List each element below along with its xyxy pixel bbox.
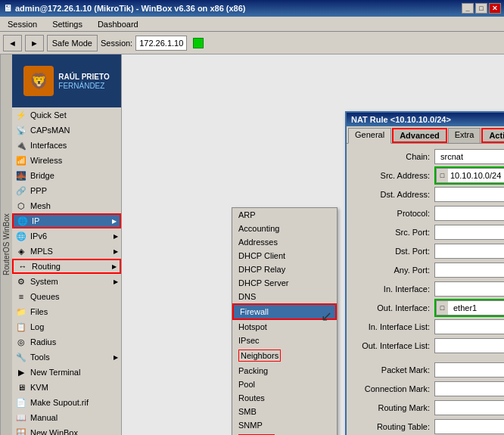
sidebar-item-new-winbox[interactable]: 🪟 New WinBox bbox=[12, 425, 121, 435]
dst-address-input[interactable] bbox=[434, 187, 504, 202]
dropdown-item-routes[interactable]: Routes bbox=[232, 391, 337, 405]
dropdown-item-ipsec[interactable]: IPsec bbox=[232, 334, 337, 347]
connection-mark-input[interactable] bbox=[434, 381, 504, 396]
sidebar-item-interfaces[interactable]: 🔌 Interfaces bbox=[12, 138, 121, 153]
menu-dashboard[interactable]: Dashboard bbox=[93, 18, 143, 30]
tab-extra[interactable]: Extra bbox=[448, 128, 481, 143]
menu-settings[interactable]: Settings bbox=[48, 18, 87, 30]
sidebar-item-wireless[interactable]: 📶 Wireless bbox=[12, 153, 121, 168]
src-port-row: Src. Port: ▼ bbox=[351, 224, 504, 241]
sidebar-item-ip[interactable]: 🌐 IP ▶ bbox=[12, 213, 121, 228]
protocol-input[interactable] bbox=[434, 206, 504, 221]
sidebar-item-files[interactable]: 📁 Files bbox=[12, 304, 121, 319]
in-interface-input[interactable] bbox=[434, 281, 504, 297]
minimize-button[interactable]: _ bbox=[462, 3, 474, 14]
dst-address-input-group: ▼ bbox=[434, 187, 504, 202]
src-port-input[interactable] bbox=[434, 225, 504, 240]
sidebar-item-radius[interactable]: ◎ Radius bbox=[12, 334, 121, 350]
toolbar: ◄ ► Safe Mode Session: 172.26.1.10 bbox=[0, 32, 504, 54]
sidebar-item-tools[interactable]: 🔧 Tools ▶ bbox=[12, 350, 121, 365]
chain-row: Chain: srcnat ▼ bbox=[351, 148, 504, 165]
tools-arrow-icon: ▶ bbox=[114, 354, 118, 361]
src-address-checkbox[interactable]: □ bbox=[436, 168, 448, 183]
new-terminal-icon: ▶ bbox=[15, 366, 27, 378]
out-interface-label: Out. Interface: bbox=[351, 303, 434, 312]
tab-action[interactable]: Action bbox=[481, 128, 504, 143]
src-address-input[interactable] bbox=[448, 168, 504, 183]
sidebar-item-ppp[interactable]: 🔗 PPP bbox=[12, 183, 121, 198]
nat-rule-window: NAT Rule <10.10.10.0/24> _ □ ✕ General A… bbox=[345, 111, 504, 435]
packet-mark-row: Packet Mark: ▼ bbox=[351, 362, 504, 378]
dropdown-item-services[interactable]: Services bbox=[232, 432, 337, 435]
dropdown-item-packing[interactable]: Packing bbox=[232, 364, 337, 378]
menu-bar: Session Settings Dashboard bbox=[0, 17, 504, 32]
sidebar-item-log[interactable]: 📋 Log bbox=[12, 319, 121, 334]
wireless-icon: 📶 bbox=[15, 154, 27, 166]
sidebar-item-queues[interactable]: ≡ Queues bbox=[12, 289, 121, 304]
sidebar-item-new-terminal[interactable]: ▶ New Terminal bbox=[12, 365, 121, 380]
dropdown-item-smb[interactable]: SMB bbox=[232, 405, 337, 418]
sidebar-item-bridge[interactable]: 🌉 Bridge bbox=[12, 168, 121, 183]
close-button[interactable]: ✕ bbox=[489, 3, 501, 14]
dropdown-item-dhcp-relay[interactable]: DHCP Relay bbox=[232, 263, 337, 276]
form-divider bbox=[351, 356, 504, 359]
dropdown-item-neighbors[interactable]: Neighbors bbox=[232, 347, 337, 364]
out-interface-list-row: Out. Interface List: ▼ bbox=[351, 337, 504, 354]
sidebar-item-quick-set[interactable]: ⚡ Quick Set bbox=[12, 107, 121, 123]
sidebar-item-mesh[interactable]: ⬡ Mesh bbox=[12, 198, 121, 213]
sidebar-label-tools: Tools bbox=[30, 353, 50, 362]
chain-label: Chain: bbox=[351, 152, 434, 161]
dst-port-row: Dst. Port: ▼ bbox=[351, 243, 504, 259]
dropdown-item-pool[interactable]: Pool bbox=[232, 378, 337, 391]
sidebar-label-capsman: CAPsMAN bbox=[30, 126, 70, 135]
sidebar-item-ipv6[interactable]: 🌐 IPv6 ▶ bbox=[12, 228, 121, 244]
packet-mark-input[interactable] bbox=[434, 362, 504, 378]
sidebar-label-files: Files bbox=[30, 307, 48, 316]
sidebar-item-mpls[interactable]: ◈ MPLS ▶ bbox=[12, 244, 121, 259]
sidebar-label-wireless: Wireless bbox=[30, 156, 62, 165]
dropdown-item-snmp[interactable]: SNMP bbox=[232, 418, 337, 432]
safe-mode-button[interactable]: Safe Mode bbox=[47, 35, 98, 51]
maximize-button[interactable]: □ bbox=[475, 3, 487, 14]
main-layout: RouterOS WinBox 🦁 RAÚL PRIETO FERNÁNDEZ … bbox=[0, 54, 504, 435]
sidebar-item-system[interactable]: ⚙ System ▶ bbox=[12, 274, 121, 289]
sidebar-item-routing[interactable]: ↔ Routing ▶ bbox=[12, 259, 121, 274]
routing-table-row: Routing Table: ▼ bbox=[351, 418, 504, 435]
chain-select[interactable]: srcnat bbox=[434, 149, 504, 164]
logo-name2: FERNÁNDEZ bbox=[58, 82, 109, 90]
sidebar-item-make-supout[interactable]: 📄 Make Supout.rif bbox=[12, 395, 121, 410]
src-port-label: Src. Port: bbox=[351, 228, 434, 237]
dropdown-item-firewall[interactable]: Firewall ↙ bbox=[232, 303, 337, 320]
dropdown-item-dhcp-server[interactable]: DHCP Server bbox=[232, 276, 337, 290]
dropdown-item-addresses[interactable]: Addresses bbox=[232, 235, 337, 249]
sidebar-label-ppp: PPP bbox=[30, 186, 47, 195]
dropdown-item-accounting[interactable]: Accounting bbox=[232, 222, 337, 235]
nat-form-with-buttons: Chain: srcnat ▼ Src. Address: bbox=[347, 144, 504, 435]
nat-window-title: NAT Rule <10.10.10.0/24> bbox=[351, 115, 451, 124]
sidebar-item-kvm[interactable]: 🖥 KVM bbox=[12, 380, 121, 395]
routing-icon: ↔ bbox=[17, 260, 29, 272]
menu-session[interactable]: Session bbox=[3, 18, 42, 30]
sidebar-item-capsman[interactable]: 📡 CAPsMAN bbox=[12, 123, 121, 138]
routing-mark-row: Routing Mark: ▼ bbox=[351, 399, 504, 416]
routing-mark-input[interactable] bbox=[434, 400, 504, 415]
dropdown-item-dhcp-client[interactable]: DHCP Client bbox=[232, 249, 337, 263]
out-interface-select[interactable]: ether1 bbox=[448, 300, 504, 315]
in-interface-list-input[interactable] bbox=[434, 319, 504, 334]
src-address-input-group: □ ▲ ▼ bbox=[434, 166, 504, 185]
dst-port-input[interactable] bbox=[434, 244, 504, 259]
tab-general[interactable]: General bbox=[348, 128, 391, 144]
dst-port-input-group: ▼ bbox=[434, 244, 504, 259]
packet-mark-input-group: ▼ bbox=[434, 362, 504, 378]
sidebar-item-manual[interactable]: 📖 Manual bbox=[12, 410, 121, 425]
dropdown-item-arp[interactable]: ARP bbox=[232, 208, 337, 222]
routing-table-input[interactable] bbox=[434, 419, 504, 434]
dropdown-item-dns[interactable]: DNS bbox=[232, 290, 337, 303]
any-port-input[interactable] bbox=[434, 263, 504, 278]
forward-button[interactable]: ► bbox=[25, 35, 44, 51]
tab-advanced[interactable]: Advanced bbox=[392, 128, 447, 143]
system-icon: ⚙ bbox=[15, 275, 27, 287]
out-interface-checkbox[interactable]: □ bbox=[436, 300, 448, 315]
back-button[interactable]: ◄ bbox=[3, 35, 22, 51]
out-interface-list-input[interactable] bbox=[434, 338, 504, 353]
